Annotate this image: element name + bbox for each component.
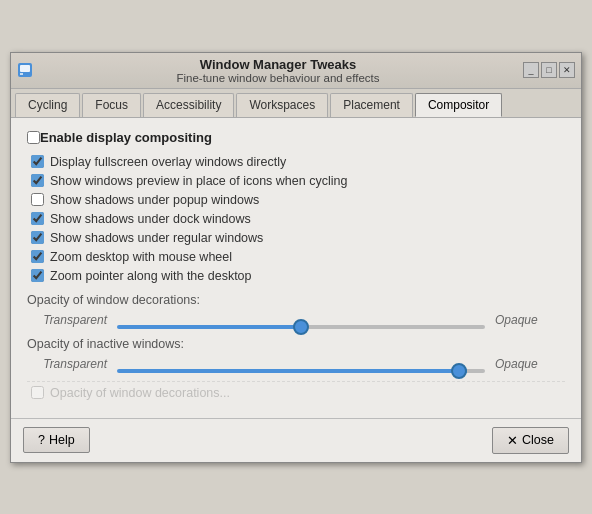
checkbox-row-4: Show shadows under regular windows bbox=[27, 231, 565, 245]
close-icon: ✕ bbox=[507, 433, 518, 448]
window-title: Window Manager Tweaks bbox=[33, 57, 523, 72]
slider2-right-label: Opaque bbox=[495, 357, 565, 371]
checkbox-fullscreen[interactable] bbox=[31, 155, 44, 168]
help-button[interactable]: ? Help bbox=[23, 427, 90, 453]
tab-cycling[interactable]: Cycling bbox=[15, 93, 80, 117]
tab-content: Enable display compositing Display fulls… bbox=[11, 118, 581, 412]
titlebar: Window Manager Tweaks Fine-tune window b… bbox=[11, 53, 581, 89]
faded-label: Opacity of window decorations... bbox=[50, 386, 230, 400]
checkbox-label-6: Zoom pointer along with the desktop bbox=[50, 269, 252, 283]
tab-placement[interactable]: Placement bbox=[330, 93, 413, 117]
checkbox-shadows-dock[interactable] bbox=[31, 212, 44, 225]
tabs-bar: Cycling Focus Accessibility Workspaces P… bbox=[11, 89, 581, 118]
checkbox-row-3: Show shadows under dock windows bbox=[27, 212, 565, 226]
close-window-button[interactable]: ✕ bbox=[559, 62, 575, 78]
faded-section: Opacity of window decorations... bbox=[27, 381, 565, 400]
checkbox-row-1: Show windows preview in place of icons w… bbox=[27, 174, 565, 188]
tab-compositor[interactable]: Compositor bbox=[415, 93, 502, 117]
tab-workspaces[interactable]: Workspaces bbox=[236, 93, 328, 117]
app-icon bbox=[17, 62, 33, 78]
main-window: Window Manager Tweaks Fine-tune window b… bbox=[10, 52, 582, 463]
checkbox-label-2: Show shadows under popup windows bbox=[50, 193, 259, 207]
svg-rect-1 bbox=[20, 65, 30, 72]
checkbox-zoom-mouse[interactable] bbox=[31, 250, 44, 263]
enable-compositing-checkbox[interactable] bbox=[27, 131, 40, 144]
slider2-left-label: Transparent bbox=[37, 357, 107, 371]
checkbox-shadows-regular[interactable] bbox=[31, 231, 44, 244]
minimize-button[interactable]: _ bbox=[523, 62, 539, 78]
slider2-row: Transparent Opaque bbox=[27, 357, 565, 371]
checkbox-label-0: Display fullscreen overlay windows direc… bbox=[50, 155, 286, 169]
checkbox-label-4: Show shadows under regular windows bbox=[50, 231, 263, 245]
checkbox-label-1: Show windows preview in place of icons w… bbox=[50, 174, 347, 188]
footer: ? Help ✕ Close bbox=[11, 419, 581, 462]
checkbox-row-5: Zoom desktop with mouse wheel bbox=[27, 250, 565, 264]
checkbox-preview-icons[interactable] bbox=[31, 174, 44, 187]
slider2-input[interactable] bbox=[117, 369, 485, 373]
slider1-track bbox=[117, 317, 485, 323]
slider1-row: Transparent Opaque bbox=[27, 313, 565, 327]
window-subtitle: Fine-tune window behaviour and effects bbox=[33, 72, 523, 84]
titlebar-center: Window Manager Tweaks Fine-tune window b… bbox=[33, 57, 523, 84]
checkbox-label-5: Zoom desktop with mouse wheel bbox=[50, 250, 232, 264]
checkbox-label-3: Show shadows under dock windows bbox=[50, 212, 251, 226]
enable-compositing-row: Enable display compositing bbox=[27, 130, 565, 145]
close-button[interactable]: ✕ Close bbox=[492, 427, 569, 454]
titlebar-controls[interactable]: _ □ ✕ bbox=[523, 62, 575, 78]
help-label: Help bbox=[49, 433, 75, 447]
svg-rect-2 bbox=[20, 73, 23, 75]
enable-compositing-label: Enable display compositing bbox=[40, 130, 212, 145]
close-label: Close bbox=[522, 433, 554, 447]
checkbox-row-0: Display fullscreen overlay windows direc… bbox=[27, 155, 565, 169]
checkbox-zoom-pointer[interactable] bbox=[31, 269, 44, 282]
checkbox-row-2: Show shadows under popup windows bbox=[27, 193, 565, 207]
checkbox-row-6: Zoom pointer along with the desktop bbox=[27, 269, 565, 283]
tab-focus[interactable]: Focus bbox=[82, 93, 141, 117]
checkbox-shadows-popup[interactable] bbox=[31, 193, 44, 206]
slider1-left-label: Transparent bbox=[37, 313, 107, 327]
tab-accessibility[interactable]: Accessibility bbox=[143, 93, 234, 117]
slider2-track bbox=[117, 361, 485, 367]
slider1-right-label: Opaque bbox=[495, 313, 565, 327]
slider2-section-label: Opacity of inactive windows: bbox=[27, 337, 565, 351]
slider1-input[interactable] bbox=[117, 325, 485, 329]
help-icon: ? bbox=[38, 433, 45, 447]
maximize-button[interactable]: □ bbox=[541, 62, 557, 78]
checkbox-faded[interactable] bbox=[31, 386, 44, 399]
slider1-section-label: Opacity of window decorations: bbox=[27, 293, 565, 307]
